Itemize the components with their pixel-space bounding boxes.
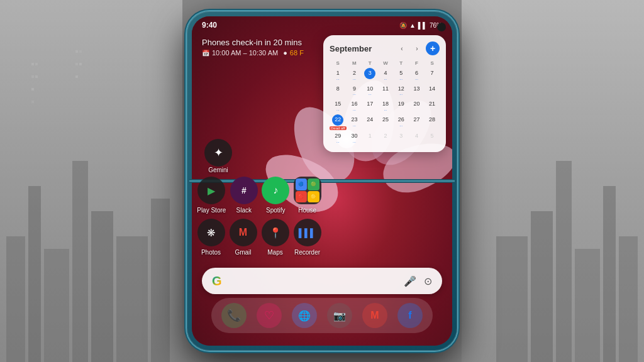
cal-day-5[interactable]: 5··· bbox=[394, 68, 409, 83]
mic-icon[interactable]: 🎤 bbox=[404, 275, 416, 287]
cal-next-5: 5 bbox=[425, 131, 440, 146]
cal-day-13[interactable]: 13 bbox=[409, 84, 425, 99]
notification-widget[interactable]: Phones check-in in 20 mins 📅 10:00 AM – … bbox=[202, 38, 304, 57]
slack-app[interactable]: # Slack bbox=[230, 177, 258, 214]
calendar-prev-button[interactable]: ‹ bbox=[396, 42, 408, 55]
gmail-icon[interactable]: M bbox=[230, 219, 257, 246]
photos-icon[interactable]: ❋ bbox=[197, 219, 225, 246]
notification-title: Phones check-in in 20 mins bbox=[202, 38, 304, 47]
gmail-label: Gmail bbox=[235, 249, 251, 256]
gemini-icon[interactable]: ✦ bbox=[204, 139, 232, 167]
spotify-icon[interactable]: ♪ bbox=[262, 177, 289, 204]
status-icons: 🔕 ▲ ▌▌ 76% bbox=[399, 22, 442, 29]
app-grid: ▶ Play Store # Slack ♪ Spot bbox=[195, 177, 323, 261]
calendar-grid: S M T W T F S 1··· 2··· 3 4··· 5··· 6···… bbox=[330, 59, 440, 146]
cal-day-4[interactable]: 4··· bbox=[378, 68, 393, 83]
cal-day-22-cell[interactable]: 22 Dead aff bbox=[330, 114, 347, 130]
cal-header-mon: M bbox=[347, 59, 362, 67]
notification-time: 📅 10:00 AM – 10:30 AM ● 68 F bbox=[202, 49, 304, 57]
dock: 📞 ♡ 🌐 📷 M f bbox=[211, 298, 433, 333]
cal-header-sat: S bbox=[425, 59, 440, 67]
gmail-app[interactable]: M Gmail bbox=[230, 219, 257, 256]
calendar-month: September bbox=[330, 44, 372, 53]
cal-day-6[interactable]: 6··· bbox=[409, 68, 425, 83]
dock-phone[interactable]: 📞 bbox=[221, 303, 247, 328]
cal-day-16[interactable]: 16··· bbox=[347, 99, 362, 114]
cal-day-30[interactable]: 30··· bbox=[347, 131, 362, 146]
maps-icon[interactable]: 📍 bbox=[262, 219, 289, 246]
cal-header-wed: W bbox=[378, 59, 393, 67]
gemini-app-row: ✦ Gemini bbox=[204, 139, 232, 173]
cal-day-19[interactable]: 19 bbox=[394, 99, 409, 114]
cal-header-thu: T bbox=[394, 59, 409, 67]
cal-day-1[interactable]: 1··· bbox=[330, 68, 347, 83]
photos-label: Photos bbox=[201, 249, 221, 256]
cal-next-2: 2 bbox=[378, 131, 393, 146]
cal-day-9[interactable]: 9··· bbox=[347, 84, 362, 99]
dock-favorites[interactable]: ♡ bbox=[257, 303, 282, 328]
cal-day-23[interactable]: 23··· bbox=[347, 114, 362, 130]
phone-device: 9:40 🔕 ▲ ▌▌ 76% Phones check-in in 20 mi… bbox=[187, 11, 457, 351]
cal-day-26[interactable]: 26··· bbox=[394, 114, 409, 130]
calendar-navigation: ‹ › + bbox=[396, 41, 440, 55]
dock-gmail[interactable]: M bbox=[362, 303, 387, 328]
dock-facebook[interactable]: f bbox=[397, 303, 423, 328]
recorder-app[interactable]: ▌▌▌ Recorder bbox=[294, 219, 321, 256]
cal-day-24[interactable]: 24 bbox=[362, 114, 377, 130]
house-app[interactable]: 🔵 🟢 🔴 🟡 House bbox=[294, 177, 321, 214]
cal-day-8[interactable]: 8 bbox=[330, 84, 347, 99]
cal-day-27[interactable]: 27 bbox=[409, 114, 425, 130]
cal-day-3-today[interactable]: 3 bbox=[364, 68, 375, 79]
cal-day-28[interactable]: 28 bbox=[425, 114, 440, 130]
phone-shell: 9:40 🔕 ▲ ▌▌ 76% Phones check-in in 20 mi… bbox=[187, 11, 457, 351]
cal-day-29[interactable]: 29··· bbox=[330, 131, 347, 146]
spotify-label: Spotify bbox=[266, 207, 286, 214]
cal-header-sun: S bbox=[330, 59, 347, 67]
playstore-icon[interactable]: ▶ bbox=[197, 177, 225, 204]
gemini-label: Gemini bbox=[208, 167, 228, 173]
recorder-label: Recorder bbox=[294, 249, 320, 256]
calendar-header: September ‹ › + bbox=[330, 41, 440, 55]
cal-day-12[interactable]: 12··· bbox=[394, 84, 409, 99]
slack-icon[interactable]: # bbox=[230, 177, 258, 204]
status-time: 9:40 bbox=[202, 21, 217, 30]
silent-icon: 🔕 bbox=[399, 22, 407, 29]
google-g-logo: G bbox=[212, 274, 222, 288]
cal-day-17[interactable]: 17 bbox=[362, 99, 377, 114]
cal-day-7[interactable]: 7 bbox=[425, 68, 440, 83]
slack-label: Slack bbox=[236, 207, 252, 214]
search-action-icons: 🎤 ⊙ bbox=[404, 275, 432, 287]
cal-day-22[interactable]: 22 bbox=[332, 114, 343, 126]
app-row-1: ▶ Play Store # Slack ♪ Spot bbox=[195, 177, 323, 214]
status-bar: 9:40 🔕 ▲ ▌▌ 76% bbox=[192, 16, 452, 34]
front-camera bbox=[437, 23, 446, 31]
calendar-next-button[interactable]: › bbox=[411, 42, 423, 55]
cal-day-10[interactable]: 10··· bbox=[362, 84, 377, 99]
app-row-2: ❋ Photos M Gmail 📍 Maps bbox=[195, 219, 323, 256]
cal-day-11[interactable]: 11 bbox=[378, 84, 393, 99]
dock-chrome[interactable]: 🌐 bbox=[292, 303, 317, 328]
cal-next-3: 3 bbox=[394, 131, 409, 146]
dock-camera[interactable]: 📷 bbox=[327, 303, 352, 328]
playstore-app[interactable]: ▶ Play Store bbox=[197, 177, 226, 214]
cal-day-20[interactable]: 20 bbox=[409, 99, 425, 114]
cal-header-tue: T bbox=[362, 59, 377, 67]
house-icon[interactable]: 🔵 🟢 🔴 🟡 bbox=[294, 177, 321, 204]
calendar-widget[interactable]: September ‹ › + S M T W T F S bbox=[323, 35, 446, 152]
maps-app[interactable]: 📍 Maps bbox=[262, 219, 289, 256]
today-event-badge: Dead aff bbox=[330, 126, 347, 130]
cal-day-21[interactable]: 21 bbox=[425, 99, 440, 114]
photos-app[interactable]: ❋ Photos bbox=[197, 219, 225, 256]
cal-header-fri: F bbox=[409, 59, 425, 67]
spotify-app[interactable]: ♪ Spotify bbox=[262, 177, 289, 214]
calendar-add-button[interactable]: + bbox=[426, 41, 440, 55]
cal-day-15[interactable]: 15··· bbox=[330, 99, 347, 114]
search-bar[interactable]: G 🎤 ⊙ bbox=[202, 268, 442, 294]
lens-icon[interactable]: ⊙ bbox=[424, 275, 432, 287]
cal-day-18[interactable]: 18··· bbox=[378, 99, 393, 114]
cal-day-25[interactable]: 25 bbox=[378, 114, 393, 130]
cal-day-14[interactable]: 14 bbox=[425, 84, 440, 99]
cal-day-2[interactable]: 2··· bbox=[347, 68, 362, 83]
house-label: House bbox=[298, 207, 316, 214]
recorder-icon[interactable]: ▌▌▌ bbox=[294, 219, 321, 246]
